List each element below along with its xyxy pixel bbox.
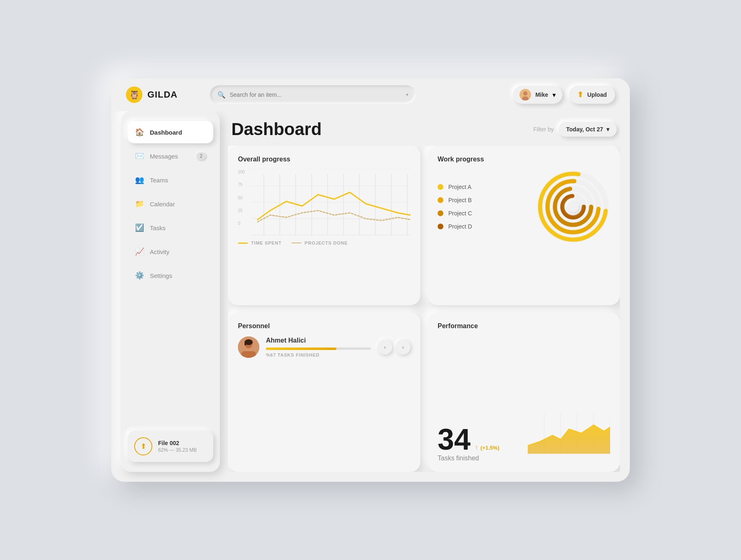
content-header: Dashboard Filter by Today, Oct 27 ▾ <box>228 111 620 146</box>
search-input[interactable] <box>230 91 402 98</box>
sidebar-item-label: Tasks <box>150 224 165 231</box>
person-name: Ahmet Halici <box>266 337 371 344</box>
dot-project-c <box>438 210 443 216</box>
performance-card: Performance 34 ↑ (+1.5%) Tasks finished <box>428 313 620 472</box>
sidebar-item-dashboard[interactable]: 🏠 Dashboard <box>128 121 213 143</box>
overall-progress-title: Overall progress <box>238 156 410 163</box>
person-info: Ahmet Halici %67 TASKS FINISHED <box>266 337 371 357</box>
personnel-nav-arrows: ‹ › <box>377 340 410 355</box>
performance-title: Performance <box>438 322 610 330</box>
logo-text: GILDA <box>147 89 177 100</box>
donut-chart <box>536 170 610 244</box>
filter-button[interactable]: Today, Oct 27 ▾ <box>559 122 617 137</box>
messages-badge: 2 <box>196 152 206 160</box>
sidebar-item-tasks[interactable]: ☑️ Tasks <box>128 217 213 239</box>
sidebar-item-activity[interactable]: 📈 Activity <box>128 240 213 263</box>
performance-number: 34 <box>438 425 471 454</box>
sidebar-item-label: Messages <box>150 153 178 160</box>
chart-legend: TIME SPENT PROJECTS DONE <box>238 240 410 245</box>
legend-label-projects: PROJECTS DONE <box>305 240 348 245</box>
progress-bar-fill <box>266 348 336 350</box>
sidebar-item-teams[interactable]: 👥 Teams <box>128 169 213 191</box>
user-chevron-icon: ▾ <box>552 91 556 99</box>
work-progress-card: Work progress Project A Project B <box>428 146 620 305</box>
sidebar-item-label: Teams <box>150 177 168 184</box>
work-progress-title: Work progress <box>438 156 610 163</box>
prev-button[interactable]: ‹ <box>377 340 392 355</box>
chart-main <box>251 170 410 236</box>
dot-project-a <box>438 184 443 190</box>
person-avatar <box>238 336 259 358</box>
upload-icon: ⬆ <box>577 90 583 99</box>
content-area: Dashboard Filter by Today, Oct 27 ▾ Over… <box>228 111 620 472</box>
app-container: 🦉 GILDA 🔍 ▾ Mike ▾ ⬆ <box>111 78 630 482</box>
delta-value: (+1.5%) <box>480 445 499 451</box>
svg-point-26 <box>567 201 579 212</box>
file-card: ⬆ File 002 62% — 35.23 MB <box>128 431 213 462</box>
personnel-card: Personnel <box>228 313 420 472</box>
progress-bar-wrap <box>266 348 371 350</box>
sidebar-item-label: Settings <box>150 272 172 279</box>
activity-icon: 📈 <box>135 247 144 256</box>
dot-project-b <box>438 197 443 203</box>
legend-project-d: Project D <box>438 223 536 230</box>
sidebar-item-calendar[interactable]: 📁 Calendar <box>128 193 213 215</box>
top-right: Mike ▾ ⬆ Upload <box>513 86 615 104</box>
sidebar: 🏠 Dashboard ✉️ Messages 2 👥 Teams 📁 Cale… <box>121 111 220 472</box>
top-bar: 🦉 GILDA 🔍 ▾ Mike ▾ ⬆ <box>111 78 630 111</box>
legend-line-projects <box>291 243 301 243</box>
file-name: File 002 <box>158 440 207 446</box>
personnel-title: Personnel <box>238 322 410 330</box>
sidebar-item-label: Dashboard <box>150 129 182 136</box>
logo-icon: 🦉 <box>126 86 142 103</box>
filter-value: Today, Oct 27 <box>566 126 603 133</box>
user-name: Mike <box>535 91 548 98</box>
svg-rect-31 <box>245 342 246 345</box>
settings-icon: ⚙️ <box>135 271 144 280</box>
legend-line-time <box>238 243 248 244</box>
sidebar-item-label: Calendar <box>150 201 175 208</box>
calendar-icon: 📁 <box>135 199 144 208</box>
filter-label: Filter by <box>533 126 554 133</box>
tasks-icon: ☑️ <box>135 223 144 232</box>
legend-label-time: TIME SPENT <box>251 240 282 245</box>
page-title: Dashboard <box>231 119 322 139</box>
chart-y-labels: 100 75 50 25 0 <box>238 170 249 226</box>
performance-content: 34 ↑ (+1.5%) Tasks finished <box>438 336 610 462</box>
legend-project-b: Project B <box>438 197 536 203</box>
cards-grid: Overall progress 100 75 50 25 0 <box>228 146 620 472</box>
legend-projects-done: PROJECTS DONE <box>291 240 348 245</box>
overall-progress-card: Overall progress 100 75 50 25 0 <box>228 146 420 305</box>
legend-project-a: Project A <box>438 184 536 190</box>
performance-label: Tasks finished <box>438 455 528 462</box>
main-layout: 🏠 Dashboard ✉️ Messages 2 👥 Teams 📁 Cale… <box>111 111 630 482</box>
work-progress-inner: Project A Project B Project C <box>438 170 610 244</box>
file-meta: 62% — 35.23 MB <box>158 447 207 453</box>
dot-project-d <box>438 224 443 229</box>
sidebar-item-label: Activity <box>150 248 170 255</box>
legend-time-spent: TIME SPENT <box>238 240 282 245</box>
logo-area: 🦉 GILDA <box>126 86 200 103</box>
filter-area: Filter by Today, Oct 27 ▾ <box>533 122 617 137</box>
performance-delta: ↑ (+1.5%) <box>475 444 499 451</box>
sidebar-item-messages[interactable]: ✉️ Messages 2 <box>128 145 213 167</box>
upload-button[interactable]: ⬆ Upload <box>569 86 615 104</box>
svg-point-1 <box>523 91 527 96</box>
svg-rect-29 <box>241 351 256 358</box>
delta-arrow-icon: ↑ <box>475 444 478 451</box>
home-icon: 🏠 <box>135 128 144 137</box>
filter-chevron-icon: ▾ <box>606 126 609 133</box>
chevron-down-icon: ▾ <box>406 92 408 98</box>
search-bar[interactable]: 🔍 ▾ <box>210 85 416 104</box>
teams-icon: 👥 <box>135 175 144 184</box>
user-button[interactable]: Mike ▾ <box>513 86 562 104</box>
sidebar-item-settings[interactable]: ⚙️ Settings <box>128 264 213 287</box>
tasks-label: %67 TASKS FINISHED <box>266 352 371 357</box>
personnel-inner: Ahmet Halici %67 TASKS FINISHED ‹ › <box>238 336 410 358</box>
sidebar-bottom: ⬆ File 002 62% — 35.23 MB <box>128 431 213 462</box>
overall-progress-chart: 100 75 50 25 0 <box>238 170 410 236</box>
messages-icon: ✉️ <box>135 152 144 161</box>
avatar <box>520 89 531 100</box>
next-button[interactable]: › <box>396 340 410 355</box>
legend-project-c: Project C <box>438 210 536 217</box>
